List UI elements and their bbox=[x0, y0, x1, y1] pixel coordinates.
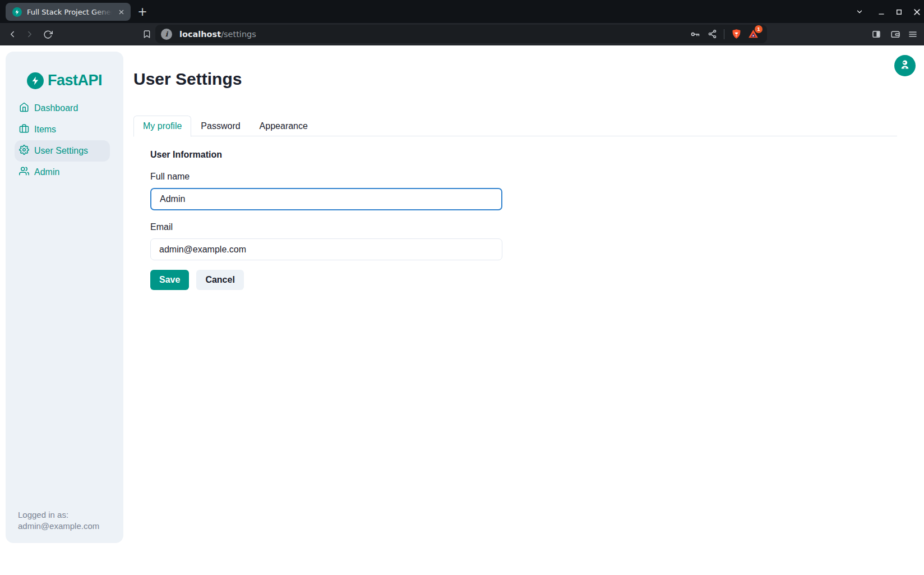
window-maximize-button[interactable] bbox=[891, 4, 907, 19]
sidebar-item-label: Admin bbox=[34, 167, 59, 177]
toolbar-divider bbox=[724, 29, 724, 39]
app-content: FastAPI Dashboard Items bbox=[0, 45, 924, 575]
url-bar[interactable]: i localhost/settings 1 bbox=[155, 25, 767, 43]
tab-appearance[interactable]: Appearance bbox=[250, 116, 317, 137]
share-icon[interactable] bbox=[704, 26, 720, 42]
browser-tab[interactable]: Full Stack Project Genera bbox=[6, 3, 131, 21]
section-title: User Information bbox=[150, 150, 502, 160]
fastapi-logo-text: FastAPI bbox=[48, 72, 102, 89]
tab-close-icon[interactable] bbox=[116, 7, 126, 17]
browser-toolbar: i localhost/settings 1 bbox=[0, 23, 924, 45]
logged-in-label: Logged in as: bbox=[18, 509, 99, 521]
sidebar: FastAPI Dashboard Items bbox=[6, 52, 123, 543]
logged-in-email: admin@example.com bbox=[18, 521, 99, 532]
page-title: User Settings bbox=[133, 70, 242, 89]
user-menu-button[interactable] bbox=[894, 55, 916, 76]
full-name-input[interactable] bbox=[150, 188, 502, 210]
url-text: localhost/settings bbox=[179, 30, 256, 39]
email-label: Email bbox=[150, 222, 502, 232]
browser-tab-title: Full Stack Project Genera bbox=[27, 8, 112, 16]
tab-search-chevron-icon[interactable] bbox=[852, 4, 867, 19]
browser-window: Full Stack Project Genera + bbox=[0, 0, 924, 575]
user-astronaut-icon bbox=[899, 59, 911, 72]
menu-hamburger-icon[interactable] bbox=[904, 25, 922, 43]
browser-tab-strip: Full Stack Project Genera + bbox=[0, 0, 924, 23]
site-info-icon[interactable]: i bbox=[161, 29, 172, 40]
password-key-icon[interactable] bbox=[687, 26, 704, 42]
back-button[interactable] bbox=[3, 25, 21, 43]
fastapi-logo-icon bbox=[27, 72, 44, 89]
wallet-icon[interactable] bbox=[886, 25, 904, 43]
sidebar-item-items[interactable]: Items bbox=[15, 119, 110, 140]
sidebar-toggle-icon[interactable] bbox=[867, 25, 885, 43]
fastapi-logo: FastAPI bbox=[6, 72, 123, 89]
email-input[interactable] bbox=[150, 238, 502, 260]
sidebar-item-label: Items bbox=[34, 125, 56, 135]
briefcase-icon bbox=[19, 123, 29, 136]
sidebar-item-label: User Settings bbox=[34, 146, 88, 156]
users-icon bbox=[19, 166, 29, 178]
sidebar-item-user-settings[interactable]: User Settings bbox=[15, 140, 110, 162]
user-information-form: User Information Full name Email Save Ca… bbox=[150, 150, 502, 290]
bookmark-icon[interactable] bbox=[138, 25, 156, 43]
logged-in-info: Logged in as: admin@example.com bbox=[18, 509, 99, 532]
form-actions: Save Cancel bbox=[150, 270, 502, 290]
save-button[interactable]: Save bbox=[150, 270, 189, 290]
sidebar-nav: Dashboard Items User Settings bbox=[15, 98, 116, 183]
window-minimize-button[interactable] bbox=[874, 4, 889, 19]
rewards-badge: 1 bbox=[755, 25, 763, 33]
sidebar-item-label: Dashboard bbox=[34, 103, 78, 113]
tab-password[interactable]: Password bbox=[191, 116, 250, 137]
reload-button[interactable] bbox=[39, 25, 57, 43]
gear-icon bbox=[19, 145, 29, 157]
sidebar-item-admin[interactable]: Admin bbox=[15, 162, 110, 183]
tab-my-profile[interactable]: My profile bbox=[133, 116, 191, 137]
forward-button bbox=[21, 25, 39, 43]
brave-shield-icon[interactable] bbox=[728, 26, 745, 42]
brave-rewards-icon[interactable]: 1 bbox=[745, 26, 761, 42]
home-icon bbox=[19, 102, 29, 114]
window-close-button[interactable] bbox=[909, 4, 924, 19]
fastapi-favicon-icon bbox=[12, 7, 22, 17]
settings-tabs: My profile Password Appearance bbox=[133, 115, 897, 136]
new-tab-button[interactable]: + bbox=[135, 4, 150, 19]
cancel-button[interactable]: Cancel bbox=[196, 270, 243, 290]
sidebar-item-dashboard[interactable]: Dashboard bbox=[15, 98, 110, 119]
full-name-label: Full name bbox=[150, 172, 502, 182]
